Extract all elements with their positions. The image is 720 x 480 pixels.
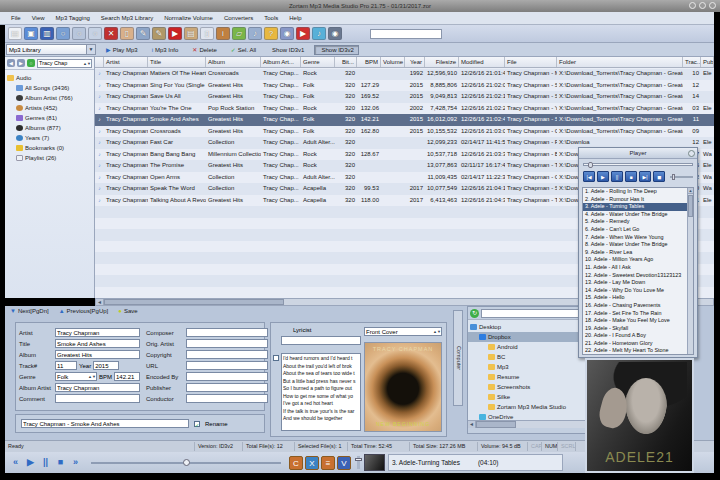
youtube-icon[interactable]: ▶ (168, 27, 182, 40)
mp3-info-icon[interactable]: i (216, 27, 230, 40)
column-header[interactable]: Pub (701, 57, 714, 67)
menu-item[interactable]: Search Mp3 Library (96, 14, 158, 22)
video-icon[interactable]: V (337, 456, 351, 470)
stop-button[interactable]: ■ (53, 455, 68, 470)
column-header[interactable]: Title (148, 57, 206, 67)
playlist-item[interactable]: 4. Adele - Water Under The Bridge (583, 211, 693, 219)
browser-hscrollbar[interactable]: ◄ (468, 420, 602, 428)
edit-tag-icon[interactable]: ✎ (136, 27, 150, 40)
column-header[interactable]: Artist (104, 57, 148, 67)
zortam-logo-icon[interactable]: ✕ (104, 27, 118, 40)
rename-checkbox[interactable]: ✓ (194, 421, 200, 427)
sidebar-tree-item[interactable]: Genres (81) (5, 113, 94, 123)
rename-field[interactable] (21, 419, 189, 428)
playlist-item[interactable]: 1. Adele - Rolling In The Deep (583, 188, 693, 196)
stop-button[interactable]: ■ (625, 171, 637, 182)
table-row[interactable]: ♪ Tracy Chapman Crossroads Greatest Hits… (95, 126, 714, 138)
burn-cd-icon[interactable]: ◉ (328, 27, 342, 40)
playlist-item[interactable]: 11. Adele - All I Ask (583, 264, 693, 272)
browser-tree-item[interactable]: Zortam Mp3 Media Studio (468, 402, 602, 412)
forward-icon[interactable]: ▶ (17, 59, 25, 67)
playlist-item[interactable]: 5. Adele - Remedy (583, 218, 693, 226)
sidebar-tree-item[interactable]: All Songs (3436) (5, 83, 94, 93)
column-header[interactable]: Album (206, 57, 261, 67)
media-note-icon[interactable]: ♪ (248, 27, 262, 40)
tag-field[interactable] (186, 383, 268, 392)
table-row[interactable]: ♪ Tracy Chapman Matters Of The Heart Cro… (95, 68, 714, 80)
computer-tab[interactable]: Computer (453, 310, 463, 406)
next-button[interactable]: » (68, 455, 83, 470)
browser-tree-item[interactable]: OneDrive (468, 412, 602, 420)
player-panel-title[interactable]: Player (579, 148, 697, 159)
scroll-thumb[interactable] (104, 299, 284, 305)
playlist-item[interactable]: 7. Adele - When We Were Young (583, 234, 693, 242)
youtube-mp3-icon[interactable]: ▶ (296, 27, 310, 40)
seek-thumb[interactable] (183, 459, 190, 466)
playlist-icon[interactable]: ≡ (321, 456, 335, 470)
table-row[interactable]: ♪ Tracy Chapman Sing For You (Single V..… (95, 80, 714, 92)
document-icon[interactable]: ▯ (200, 27, 214, 40)
menu-item[interactable]: Mp3 Tagging (51, 14, 95, 22)
playlist-item[interactable]: 18. Adele - Make You Feel My Love (583, 317, 693, 325)
back-icon[interactable]: ◀ (7, 59, 15, 67)
maximize-button[interactable] (699, 2, 706, 9)
new-file-icon[interactable]: ▤ (8, 27, 22, 40)
search-library-icon[interactable]: ○ (56, 27, 70, 40)
table-row[interactable]: ♪ Tracy Chapman Save Us All Greatest Hit… (95, 91, 714, 103)
menu-item[interactable]: View (27, 14, 50, 22)
sidebar-tree-item[interactable]: Audio (5, 73, 94, 83)
album-artist-field[interactable] (55, 383, 140, 392)
menu-item[interactable]: Converters (219, 14, 258, 22)
column-header[interactable]: Genre (301, 57, 335, 67)
play-button[interactable]: ▶ (23, 455, 38, 470)
delete-button[interactable]: ✕ Delete (188, 45, 220, 55)
playlist-item[interactable]: 2. Adele - Rumour Has It (583, 196, 693, 204)
playlist-item[interactable]: 14. Adele - Why Do You Love Me (583, 287, 693, 295)
column-header[interactable]: Album Art... (261, 57, 301, 67)
now-playing-box[interactable]: 3. Adele-Turning Tables (04:10) (388, 454, 563, 471)
genre-select[interactable]: Folk ▲▼ (55, 372, 97, 381)
sidebar-tree-item[interactable]: Years (7) (5, 133, 94, 143)
tag-field[interactable] (186, 394, 268, 403)
cover-type-select[interactable]: Front Cover ▲▼ (364, 327, 442, 336)
prev-button[interactable]: |◀ (583, 171, 595, 182)
column-header[interactable]: Folder (557, 57, 683, 67)
playlist-item[interactable]: 9. Adele - River Lea (583, 249, 693, 257)
close-button[interactable] (709, 2, 716, 9)
scroll-thumb[interactable] (688, 195, 693, 217)
playlist-item[interactable]: 22. Adele - Melt My Heart To Stone (583, 347, 693, 355)
column-header[interactable]: File (505, 57, 557, 67)
minimize-button[interactable] (689, 2, 696, 9)
title-field[interactable] (55, 339, 140, 348)
artist-field[interactable] (55, 328, 140, 337)
zoom-out-icon[interactable]: ○ (72, 27, 86, 40)
zoom-in-icon[interactable]: ○ (88, 27, 102, 40)
sidebar-tree-item[interactable]: Album Artist (766) (5, 93, 94, 103)
column-header[interactable]: Bit... (335, 57, 357, 67)
column-header[interactable] (95, 57, 104, 67)
menu-item[interactable]: Normalize Volume (159, 14, 218, 22)
seek-thumb[interactable] (588, 162, 593, 168)
sidebar-tree-item[interactable]: Artists (452) (5, 103, 94, 113)
playlist-item[interactable]: 21. Adele - Hometown Glory (583, 340, 693, 348)
scroll-thumb[interactable] (476, 421, 516, 428)
pause-button[interactable]: || (611, 171, 623, 182)
refresh-icon[interactable]: ↻ (470, 309, 479, 318)
column-header[interactable]: Trac... (683, 57, 701, 67)
tag-field[interactable] (186, 350, 268, 359)
column-header[interactable]: Filesize (425, 57, 459, 67)
playlist-item[interactable]: 6. Adele - Can't Let Go (583, 226, 693, 234)
rewind-button[interactable]: « (8, 455, 23, 470)
volume-thumb[interactable] (355, 458, 362, 461)
scroll-left-icon[interactable]: ◄ (468, 421, 476, 428)
pause-button[interactable]: || (38, 455, 53, 470)
player-volume-slider[interactable] (670, 176, 693, 178)
track-field[interactable] (55, 361, 77, 370)
player-seek-slider[interactable] (583, 163, 693, 166)
cd-audio-icon[interactable]: ◉ (280, 27, 294, 40)
volume-thumb[interactable] (672, 174, 675, 180)
menu-item[interactable]: File (6, 14, 26, 22)
playlist-item[interactable]: 3. Adele - Turning Tables (583, 203, 693, 211)
next-button[interactable]: ▶| (639, 171, 651, 182)
volume-slider[interactable] (357, 456, 360, 469)
